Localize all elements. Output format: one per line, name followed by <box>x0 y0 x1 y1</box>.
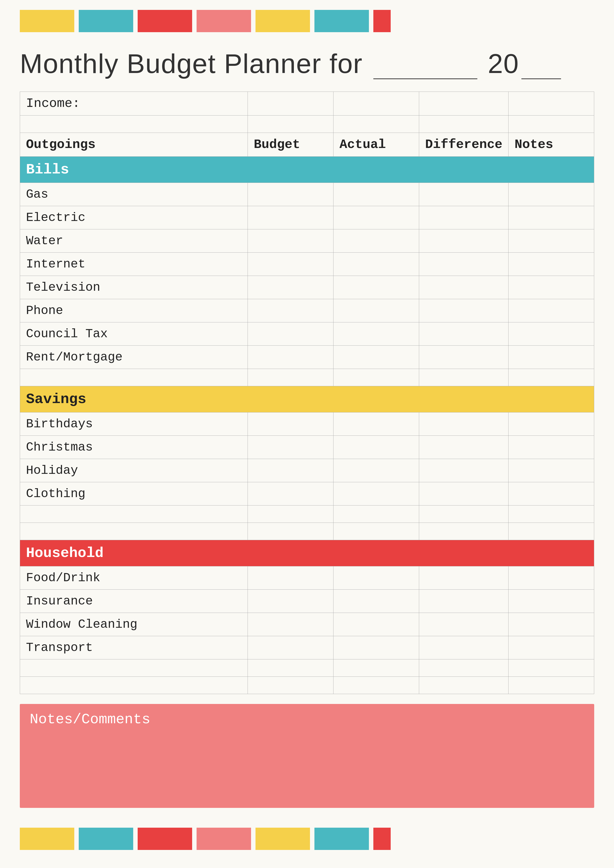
table-row: Clothing <box>20 482 594 505</box>
income-budget-cell <box>248 92 334 116</box>
item-television: Television <box>20 276 248 299</box>
table-row: Christmas <box>20 436 594 459</box>
budget-table-container: Income: Outgoings Budget Actual Differen… <box>20 91 594 694</box>
item-transport: Transport <box>20 636 248 659</box>
item-council-tax: Council Tax <box>20 322 248 346</box>
top-color-bars <box>0 0 614 32</box>
gas-notes <box>508 183 594 206</box>
budget-table: Income: Outgoings Budget Actual Differen… <box>20 91 594 694</box>
item-insurance: Insurance <box>20 590 248 613</box>
table-row: Insurance <box>20 590 594 613</box>
page-title: Monthly Budget Planner for 20 <box>20 48 563 79</box>
income-row: Income: <box>20 92 594 116</box>
item-birthdays: Birthdays <box>20 412 248 436</box>
item-window-cleaning: Window Cleaning <box>20 613 248 636</box>
gas-budget <box>248 183 334 206</box>
table-row: Television <box>20 276 594 299</box>
income-notes-cell <box>508 92 594 116</box>
item-electric: Electric <box>20 206 248 229</box>
empty-row-2 <box>20 369 594 386</box>
item-christmas: Christmas <box>20 436 248 459</box>
table-row: Internet <box>20 253 594 276</box>
table-row: Phone <box>20 299 594 322</box>
col-notes-header: Notes <box>508 133 594 157</box>
empty-row-5 <box>20 659 594 677</box>
bottom-bar-pink <box>197 828 251 850</box>
top-bar-teal <box>79 10 133 32</box>
top-bar-red2 <box>373 10 391 32</box>
gas-actual <box>334 183 419 206</box>
household-label: Household <box>20 540 594 566</box>
title-year-prefix: 20 <box>488 48 519 79</box>
table-row: Window Cleaning <box>20 613 594 636</box>
savings-label: Savings <box>20 386 594 412</box>
table-row: Rent/Mortgage <box>20 346 594 369</box>
item-holiday: Holiday <box>20 459 248 482</box>
bottom-color-bars <box>0 808 614 860</box>
top-bar-pink <box>197 10 251 32</box>
column-header-row: Outgoings Budget Actual Difference Notes <box>20 133 594 157</box>
table-row: Water <box>20 229 594 253</box>
income-diff-cell <box>419 92 508 116</box>
top-bar-teal2 <box>314 10 369 32</box>
notes-title: Notes/Comments <box>30 711 150 727</box>
item-internet: Internet <box>20 253 248 276</box>
col-difference-header: Difference <box>419 133 508 157</box>
title-year-line <box>521 47 561 79</box>
bottom-bar-teal <box>79 828 133 850</box>
bottom-bar-yellow <box>20 828 74 850</box>
table-row: Holiday <box>20 459 594 482</box>
top-bar-yellow2 <box>255 10 310 32</box>
household-section-header: Household <box>20 540 594 566</box>
gas-diff <box>419 183 508 206</box>
empty-row-1 <box>20 116 594 133</box>
savings-section-header: Savings <box>20 386 594 412</box>
bottom-bar-red2 <box>373 828 391 850</box>
table-row: Council Tax <box>20 322 594 346</box>
table-row: Gas <box>20 183 594 206</box>
item-food-drink: Food/Drink <box>20 566 248 590</box>
title-main: Monthly Budget Planner for <box>20 48 363 79</box>
table-row: Birthdays <box>20 412 594 436</box>
title-section: Monthly Budget Planner for 20 <box>0 32 614 91</box>
income-actual-cell <box>334 92 419 116</box>
table-row: Electric <box>20 206 594 229</box>
item-rent-mortgage: Rent/Mortgage <box>20 346 248 369</box>
empty-row-4 <box>20 523 594 540</box>
item-phone: Phone <box>20 299 248 322</box>
table-row: Transport <box>20 636 594 659</box>
income-label: Income: <box>20 92 248 116</box>
top-bar-red <box>138 10 192 32</box>
item-water: Water <box>20 229 248 253</box>
bottom-bar-yellow2 <box>255 828 310 850</box>
col-outgoings-header: Outgoings <box>20 133 248 157</box>
empty-row-3 <box>20 505 594 523</box>
item-clothing: Clothing <box>20 482 248 505</box>
table-row: Food/Drink <box>20 566 594 590</box>
item-gas: Gas <box>20 183 248 206</box>
bottom-bar-red <box>138 828 192 850</box>
col-budget-header: Budget <box>248 133 334 157</box>
bills-section-header: Bills <box>20 157 594 183</box>
bills-label: Bills <box>20 157 594 183</box>
col-actual-header: Actual <box>334 133 419 157</box>
empty-row-6 <box>20 677 594 694</box>
notes-section: Notes/Comments <box>20 704 594 808</box>
title-month-line <box>373 47 477 79</box>
bottom-bar-teal2 <box>314 828 369 850</box>
top-bar-yellow <box>20 10 74 32</box>
